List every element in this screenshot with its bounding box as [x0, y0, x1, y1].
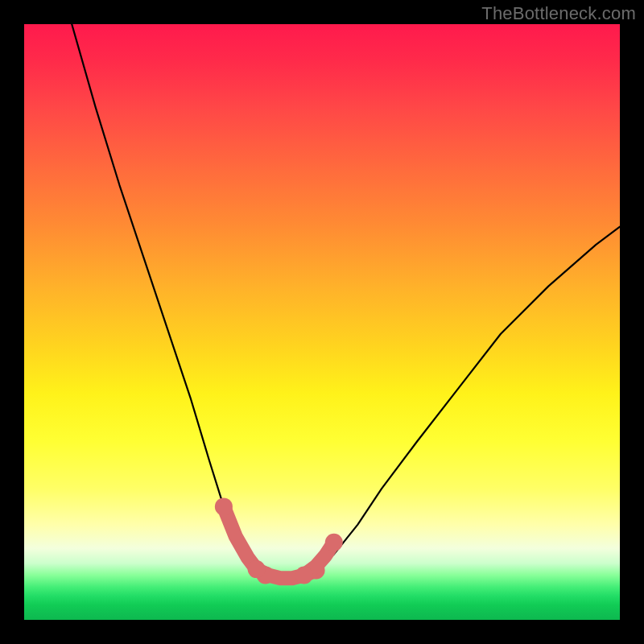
chart-frame: TheBottleneck.com — [0, 0, 644, 644]
chart-svg — [24, 24, 620, 620]
bottleneck-curve — [72, 24, 620, 578]
optimal-region-left-endpoint — [215, 497, 233, 515]
optimal-region-right-endpoint — [295, 567, 313, 584]
optimal-region-bottom-endpoint — [248, 560, 266, 578]
curve-layer — [72, 24, 620, 578]
optimal-region-right-endpoint — [325, 534, 343, 551]
marker-layer — [215, 497, 343, 584]
watermark-text: TheBottleneck.com — [481, 3, 636, 24]
chart-plot-area — [24, 24, 620, 620]
